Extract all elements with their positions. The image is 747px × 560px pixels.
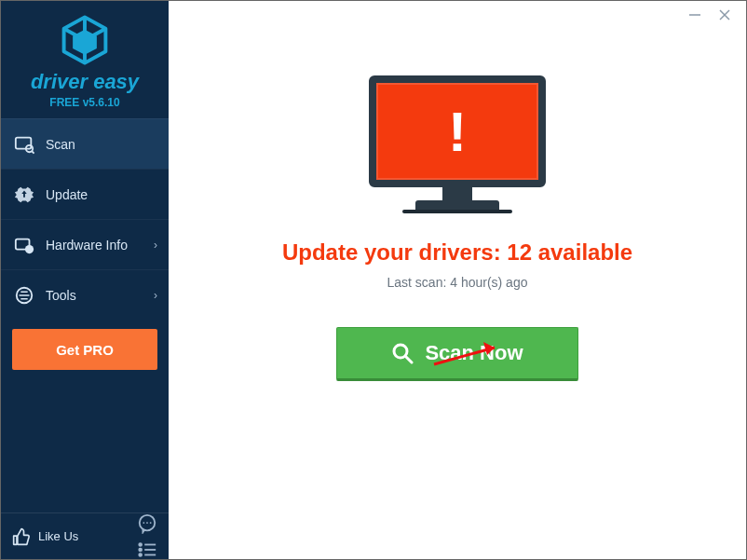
monitor-alert-icon: ! bbox=[369, 75, 546, 213]
exclamation-icon: ! bbox=[448, 100, 467, 164]
chevron-right-icon: › bbox=[154, 239, 157, 252]
sidebar-item-label: Scan bbox=[46, 137, 75, 152]
svg-point-12 bbox=[150, 522, 152, 524]
annotation-arrow-icon bbox=[429, 335, 513, 372]
svg-rect-8 bbox=[14, 536, 17, 544]
svg-point-13 bbox=[139, 543, 142, 546]
get-pro-button[interactable]: Get PRO bbox=[12, 329, 157, 370]
bottom-bar: Like Us bbox=[1, 512, 169, 559]
scan-icon bbox=[14, 134, 34, 155]
svg-line-23 bbox=[406, 357, 412, 362]
titlebar bbox=[688, 1, 746, 29]
main-pane: ! Update your drivers: 12 available Last… bbox=[169, 1, 746, 559]
app-name: driver easy bbox=[1, 70, 169, 94]
sidebar-item-label: Hardware Info bbox=[46, 238, 128, 253]
sidebar-item-update[interactable]: Update bbox=[1, 169, 169, 219]
feedback-icon[interactable] bbox=[137, 513, 157, 534]
logo-block: driver easy FREE v5.6.10 bbox=[1, 1, 169, 118]
svg-point-22 bbox=[394, 345, 407, 358]
svg-rect-1 bbox=[16, 137, 32, 148]
headline: Update your drivers: 12 available bbox=[169, 239, 746, 266]
sidebar: driver easy FREE v5.6.10 Scan bbox=[1, 1, 169, 559]
svg-point-15 bbox=[139, 553, 142, 556]
menu-list-icon[interactable] bbox=[137, 540, 157, 560]
get-pro-label: Get PRO bbox=[56, 342, 114, 358]
gear-arrow-icon bbox=[14, 184, 34, 205]
sidebar-item-label: Tools bbox=[46, 288, 76, 303]
svg-line-3 bbox=[32, 151, 34, 153]
chevron-right-icon: › bbox=[154, 289, 157, 302]
svg-line-24 bbox=[434, 348, 495, 364]
sidebar-item-hardware-info[interactable]: i Hardware Info › bbox=[1, 219, 169, 269]
close-button[interactable] bbox=[718, 8, 731, 21]
svg-point-10 bbox=[143, 522, 144, 524]
like-icon[interactable] bbox=[12, 527, 31, 546]
content: ! Update your drivers: 12 available Last… bbox=[169, 1, 746, 381]
svg-point-11 bbox=[146, 522, 148, 524]
app-window: driver easy FREE v5.6.10 Scan bbox=[0, 0, 747, 560]
sidebar-item-tools[interactable]: Tools › bbox=[1, 269, 169, 320]
logo-icon bbox=[59, 14, 111, 66]
search-icon bbox=[391, 342, 414, 364]
nav: Scan Update i bbox=[1, 118, 169, 320]
sidebar-item-scan[interactable]: Scan bbox=[1, 118, 169, 169]
svg-text:i: i bbox=[28, 245, 30, 253]
minimize-button[interactable] bbox=[688, 8, 701, 21]
spacer bbox=[1, 370, 169, 512]
svg-point-14 bbox=[139, 548, 142, 551]
hardware-info-icon: i bbox=[14, 235, 34, 255]
svg-marker-25 bbox=[483, 342, 495, 355]
tools-icon bbox=[14, 285, 34, 306]
bottom-icons bbox=[137, 513, 157, 560]
app-version: FREE v5.6.10 bbox=[1, 96, 169, 109]
like-us-label[interactable]: Like Us bbox=[38, 529, 78, 543]
sidebar-item-label: Update bbox=[46, 187, 88, 202]
last-scan-text: Last scan: 4 hour(s) ago bbox=[169, 275, 746, 290]
